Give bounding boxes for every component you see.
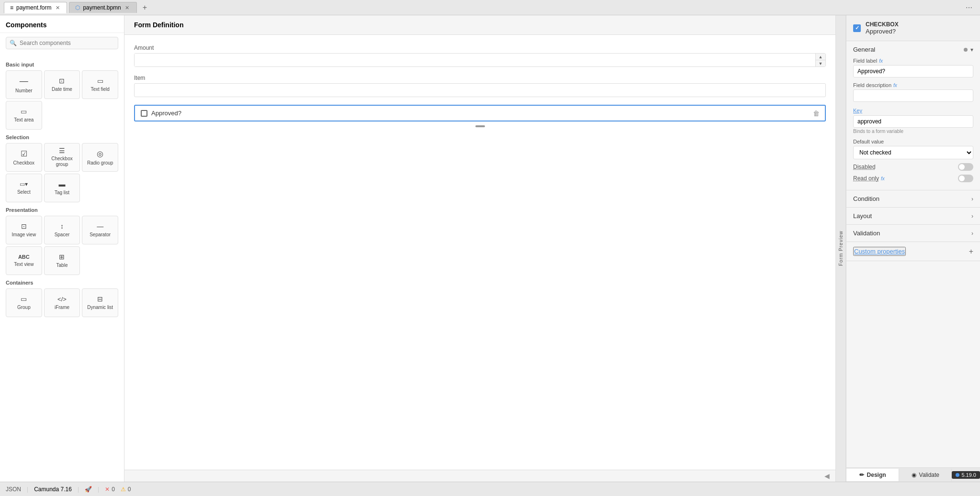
component-checkboxgroup[interactable]: ☰ Checkbox group — [44, 143, 80, 172]
number-icon: — — [20, 76, 28, 86]
component-textarea[interactable]: ▭ Text area — [6, 101, 42, 130]
field-description-input[interactable] — [853, 89, 973, 102]
sidebar-list: Basic input — Number ⊡ Date time ▭ Text … — [0, 53, 124, 482]
textview-label: Text view — [14, 262, 34, 267]
layout-header[interactable]: Layout › — [846, 208, 980, 224]
condition-arrow: › — [971, 196, 973, 202]
component-table[interactable]: ⊞ Table — [44, 246, 80, 275]
disabled-toggle[interactable] — [958, 163, 973, 171]
design-button[interactable]: ✏ Design — [846, 469, 899, 481]
custom-properties-link[interactable]: Custom properties — [853, 247, 906, 256]
form-preview-text: Form Preview — [838, 231, 844, 266]
component-textview[interactable]: ABC Text view — [6, 246, 42, 275]
key-group: Key Binds to a form variable — [853, 107, 973, 134]
custom-properties-add-button[interactable]: + — [969, 247, 973, 256]
amount-decrement[interactable]: ▼ — [816, 60, 825, 66]
imageview-icon: ⊡ — [21, 222, 27, 230]
approved-checkbox[interactable] — [141, 110, 147, 117]
item-input[interactable] — [134, 83, 826, 97]
field-desc-text: Field description — [853, 82, 891, 88]
component-textfield[interactable]: ▭ Text field — [82, 70, 118, 99]
condition-label: Condition — [853, 195, 879, 202]
component-imageview[interactable]: ⊡ Image view — [6, 216, 42, 244]
general-section: General ▾ Field label fx — [846, 41, 980, 190]
taglist-icon: ▬ — [58, 180, 65, 188]
condition-section: Condition › — [846, 190, 980, 208]
component-separator[interactable]: — Separator — [82, 216, 118, 244]
form-title: Form Definition — [134, 21, 183, 29]
spacer-icon: ↕ — [60, 222, 64, 230]
rocket-icon: 🚀 — [85, 486, 92, 493]
amount-input[interactable] — [135, 54, 815, 66]
validation-header[interactable]: Validation › — [846, 225, 980, 242]
tab-form-close[interactable]: ✕ — [54, 4, 61, 11]
top-tab-bar: ≡ payment.form ✕ ⬡ payment.bpmn ✕ + ⋯ — [0, 0, 980, 15]
condition-header[interactable]: Condition › — [846, 190, 980, 207]
tab-form-label: payment.form — [16, 4, 51, 11]
amount-increment[interactable]: ▲ — [816, 54, 825, 60]
dynamiclist-icon: ⊟ — [97, 295, 103, 303]
search-input[interactable] — [6, 37, 118, 49]
component-group[interactable]: ▭ Group — [6, 288, 42, 317]
component-radiogroup[interactable]: ◎ Radio group — [82, 143, 118, 172]
radiogroup-label: Radio group — [87, 160, 113, 166]
number-label: Number — [15, 88, 33, 94]
component-iframe[interactable]: </> iFrame — [44, 288, 80, 317]
form-preview-label: Form Preview — [835, 15, 846, 482]
tab-payment-form[interactable]: ≡ payment.form ✕ — [4, 2, 67, 13]
iframe-icon: </> — [57, 296, 67, 303]
delete-approved-button[interactable]: 🗑 — [811, 109, 821, 118]
fx-badge-desc: fx — [893, 83, 897, 88]
tab-payment-bpmn[interactable]: ⬡ payment.bpmn ✕ — [69, 2, 136, 13]
containers-grid: ▭ Group </> iFrame ⊟ Dynamic list — [6, 288, 118, 317]
field-label-input[interactable] — [853, 65, 973, 77]
key-label-link[interactable]: Key — [853, 108, 862, 113]
right-panel-content: CHECKBOX Approved? General ▾ — [846, 15, 980, 467]
warning-count: 0 — [128, 486, 131, 493]
imageview-label: Image view — [12, 232, 36, 238]
main-area: Components 🔍 Basic input — Number ⊡ Dat — [0, 15, 980, 482]
item-label: Item — [134, 75, 826, 81]
layout-arrow: › — [971, 213, 973, 220]
field-label-label: Field label fx — [853, 58, 973, 64]
tab-bpmn-close[interactable]: ✕ — [124, 4, 131, 11]
section-presentation: Presentation — [6, 207, 118, 213]
field-label-text: Field label — [853, 58, 877, 64]
field-description-label: Field description fx — [853, 82, 973, 88]
checkbox-label: Checkbox — [13, 160, 34, 166]
component-select[interactable]: ▭▾ Select — [6, 174, 42, 202]
default-value-select[interactable]: Not checked Checked — [853, 146, 973, 159]
preview-header: CHECKBOX Approved? — [846, 15, 980, 41]
sidebar: Components 🔍 Basic input — Number ⊡ Dat — [0, 15, 124, 482]
validate-button[interactable]: ◉ Validate — [899, 469, 952, 481]
add-tab-button[interactable]: + — [139, 1, 151, 14]
more-tabs-button[interactable]: ⋯ — [962, 2, 976, 13]
design-icon: ✏ — [859, 472, 864, 478]
component-taglist[interactable]: ▬ Tag list — [44, 174, 80, 202]
component-type: CHECKBOX — [866, 21, 899, 28]
field-description-group: Field description fx — [853, 82, 973, 102]
form-field-approved[interactable]: Approved? 🗑 — [134, 105, 826, 121]
general-controls: ▾ — [964, 46, 973, 53]
collapse-panel-button[interactable]: ◀ — [824, 472, 830, 480]
component-checkbox[interactable]: ☑ Checkbox — [6, 143, 42, 172]
bottom-sep2: | — [78, 486, 79, 493]
validate-label: Validate — [919, 472, 939, 478]
component-datetime[interactable]: ⊡ Date time — [44, 70, 80, 99]
readonly-toggle[interactable] — [958, 175, 973, 182]
presentation-grid: ⊡ Image view ↕ Spacer — Separator ABC Te… — [6, 216, 118, 275]
layout-section: Layout › — [846, 208, 980, 225]
fx-badge-readonly: fx — [881, 176, 885, 181]
component-spacer[interactable]: ↕ Spacer — [44, 216, 80, 244]
key-input[interactable] — [853, 115, 973, 128]
general-section-header[interactable]: General ▾ — [853, 46, 973, 53]
json-label[interactable]: JSON — [6, 486, 21, 493]
general-dot — [964, 48, 968, 52]
error-count-area: ✕ 0 — [105, 486, 115, 493]
fx-badge-label: fx — [879, 58, 883, 64]
panel-bottom-bar: ✏ Design ◉ Validate 5.19.0 — [846, 467, 980, 482]
component-number[interactable]: — Number — [6, 70, 42, 99]
component-dynamiclist[interactable]: ⊟ Dynamic list — [82, 288, 118, 317]
form-field-item: Item — [134, 75, 826, 97]
warning-icon: ⚠ — [121, 486, 126, 493]
